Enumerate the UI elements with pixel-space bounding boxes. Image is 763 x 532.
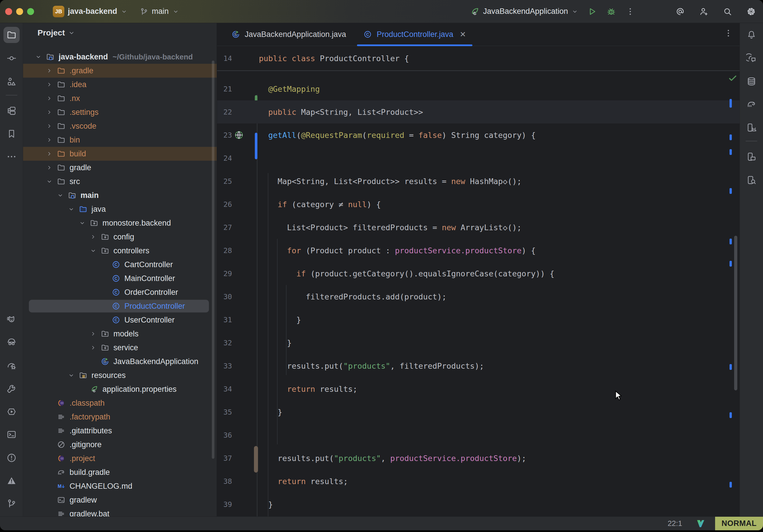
code-line-28[interactable]: 28 for (Product product : productService… — [217, 239, 740, 262]
tree-item-main[interactable]: main — [23, 188, 217, 202]
toolbar-item-ai-cat[interactable] — [3, 312, 20, 328]
tree-item-gradle[interactable]: gradle — [23, 161, 217, 174]
more-actions-button[interactable] — [625, 7, 635, 16]
tree-item-application-properties[interactable]: application.properties — [23, 382, 217, 396]
close-tab-icon[interactable]: ✕ — [460, 30, 466, 39]
chevron-expanded-icon[interactable] — [35, 53, 42, 60]
chevron-collapsed-icon[interactable] — [46, 67, 53, 74]
code-line-37[interactable]: 37 results.put("products", productServic… — [217, 447, 740, 470]
tree-item--factorypath[interactable]: .factorypath — [23, 410, 217, 424]
ideavim-icon[interactable] — [696, 518, 706, 529]
tree-item-java[interactable]: java — [23, 202, 217, 216]
chevron-collapsed-icon[interactable] — [46, 81, 53, 88]
settings-button[interactable] — [746, 7, 756, 16]
tree-item--settings[interactable]: .settings — [23, 105, 217, 119]
editor-tab-productcontroller-java[interactable]: CProductController.java✕ — [355, 23, 475, 46]
ai-assistant-button[interactable] — [675, 7, 685, 16]
code-line-23[interactable]: 23 getAll(@RequestParam(required = false… — [217, 124, 740, 147]
toolbar-item-notifications[interactable] — [743, 27, 760, 43]
tree-item-models[interactable]: models — [23, 327, 217, 341]
toolbar-item-profiler[interactable] — [3, 358, 20, 374]
tree-item-maincontroller[interactable]: CMainController — [23, 271, 217, 285]
run-configuration-widget[interactable]: JavaBackendApplication — [470, 7, 578, 16]
tree-item-cartcontroller[interactable]: CCartController — [23, 258, 217, 271]
toolbar-item-warnings[interactable] — [3, 473, 20, 489]
tree-item-gradlew[interactable]: gradlew — [23, 493, 217, 507]
code-line-25[interactable]: 25 Map<String, List<Product>> results = … — [217, 170, 740, 193]
chevron-expanded-icon[interactable] — [68, 372, 75, 379]
code-line-27[interactable]: 27 List<Product> filteredProducts = new … — [217, 216, 740, 239]
tree-item-usercontroller[interactable]: CUserController — [23, 313, 217, 327]
tree-item--idea[interactable]: .idea — [23, 78, 217, 91]
toolbar-item-github-copilot[interactable] — [3, 334, 20, 350]
toolbar-item-commit[interactable] — [3, 50, 20, 66]
tree-item-gradlew-bat[interactable]: gradlew.bat — [23, 507, 217, 516]
chevron-collapsed-icon[interactable] — [90, 233, 97, 240]
zoom-window-button[interactable] — [27, 8, 34, 15]
caret-position[interactable]: 22:1 — [668, 519, 682, 528]
close-window-button[interactable] — [5, 8, 12, 15]
stripe-change-mark[interactable] — [729, 188, 732, 194]
stripe-change-mark[interactable] — [729, 482, 732, 487]
stripe-change-mark[interactable] — [729, 412, 732, 418]
search-everywhere-button[interactable] — [722, 7, 732, 16]
chevron-expanded-icon[interactable] — [68, 206, 75, 213]
stripe-change-mark[interactable] — [729, 149, 732, 155]
code-line-22[interactable]: 22 public Map<String, List<Product>> — [217, 100, 740, 124]
tree-item-javabackendapplication[interactable]: JavaBackendApplication — [23, 355, 217, 369]
invite-user-button[interactable] — [699, 7, 709, 16]
code-line-33[interactable]: 33 results.put("products", filteredProdu… — [217, 354, 740, 377]
tree-item-java-backend[interactable]: java-backend~/Github/java-backend — [23, 50, 217, 64]
toolbar-item-running-devices[interactable] — [743, 119, 760, 136]
tree-item--vscode[interactable]: .vscode — [23, 119, 217, 133]
debug-button[interactable] — [606, 7, 616, 16]
toolbar-item-more-tool-windows[interactable] — [3, 149, 20, 165]
code-line-24[interactable]: 24 — [217, 147, 740, 170]
tree-item-bin[interactable]: bin — [23, 133, 217, 147]
chevron-collapsed-icon[interactable] — [46, 109, 53, 116]
tree-item-ordercontroller[interactable]: COrderController — [23, 285, 217, 299]
chevron-collapsed-icon[interactable] — [46, 95, 53, 102]
tree-item-productcontroller[interactable]: CProductController — [23, 299, 217, 313]
code-line-31[interactable]: 31 } — [217, 308, 740, 331]
chevron-collapsed-icon[interactable] — [46, 137, 53, 144]
branch-widget[interactable]: main — [140, 7, 179, 16]
stripe-change-mark[interactable] — [729, 99, 732, 108]
chevron-expanded-icon[interactable] — [57, 192, 64, 199]
code-line-36[interactable]: 36 — [217, 424, 740, 447]
tree-item--gitignore[interactable]: .gitignore — [23, 438, 217, 452]
toolbar-item-project[interactable] — [3, 27, 20, 43]
stripe-change-mark[interactable] — [729, 239, 732, 244]
tree-item-build-gradle[interactable]: build.gradle — [23, 465, 217, 479]
tree-item-service[interactable]: service — [23, 341, 217, 355]
tree-item-resources[interactable]: resources — [23, 369, 217, 382]
code-line-26[interactable]: 26 if (category ≠ null) { — [217, 193, 740, 216]
tree-item--classpath[interactable]: .classpath — [23, 396, 217, 410]
rest-endpoint-icon[interactable] — [234, 130, 244, 140]
stripe-change-mark[interactable] — [729, 135, 732, 140]
chevron-expanded-icon[interactable] — [46, 178, 53, 185]
tree-item-changelog-md[interactable]: MCHANGELOG.md — [23, 479, 217, 493]
code-line-34[interactable]: 34 return results; — [217, 377, 740, 400]
toolbar-item-device-explorer[interactable] — [743, 172, 760, 188]
code-viewport[interactable]: 21 @GetMapping22 public Map<String, List… — [217, 46, 740, 516]
chevron-expanded-icon[interactable] — [79, 220, 86, 227]
stripe-change-mark[interactable] — [729, 261, 732, 266]
chevron-collapsed-icon[interactable] — [46, 123, 53, 130]
tree-item-controllers[interactable]: controllers — [23, 244, 217, 258]
project-widget[interactable]: JB java-backend — [53, 6, 128, 17]
tree-item--project[interactable]: .project — [23, 452, 217, 465]
chevron-collapsed-icon[interactable] — [46, 164, 53, 171]
toolbar-item-build[interactable] — [3, 380, 20, 397]
code-line-35[interactable]: 35 } — [217, 400, 740, 424]
toolbar-item-bookmarks[interactable] — [3, 126, 20, 142]
tree-item-src[interactable]: src — [23, 174, 217, 188]
code-line-21[interactable]: 21 @GetMapping — [217, 77, 740, 100]
code-line-32[interactable]: 32 } — [217, 331, 740, 354]
stripe-change-mark[interactable] — [729, 364, 732, 370]
project-tree-scrollbar[interactable] — [212, 60, 214, 459]
editor-tab-javabackendapplication-java[interactable]: JavaBackendApplication.java — [223, 23, 355, 46]
minimize-window-button[interactable] — [16, 8, 23, 15]
toolbar-item-terminal[interactable] — [3, 426, 20, 443]
tree-item-build[interactable]: build — [23, 147, 217, 161]
